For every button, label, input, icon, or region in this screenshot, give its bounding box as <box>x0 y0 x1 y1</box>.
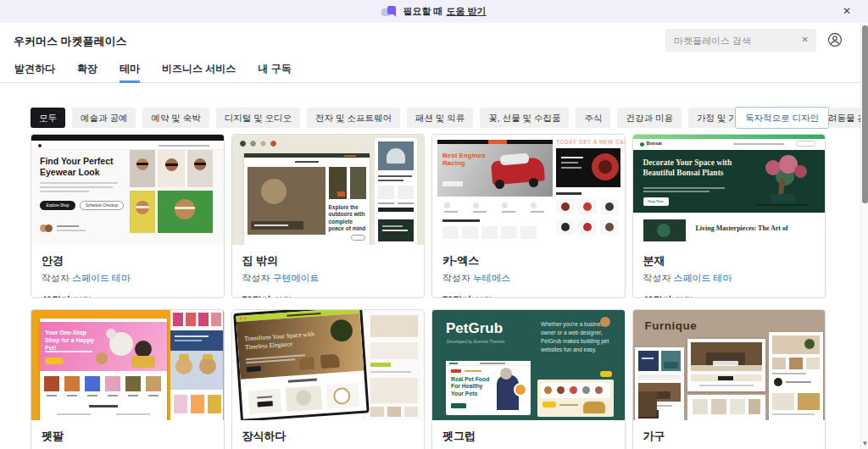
theme-title[interactable]: 안경 <box>42 253 214 269</box>
tab-extensions[interactable]: 확장 <box>77 58 97 83</box>
price: 79달러 <box>442 295 471 298</box>
theme-info: 장식하다 작성자 아티파이엘 <box>232 420 425 449</box>
theme-thumbnail: Find Your Perfect Eyewear Look Explore S… <box>31 135 224 245</box>
theme-thumbnail: Explore the outdoors with complete peace… <box>232 135 425 245</box>
thumb-heading: Find Your Perfect Eyewear Look <box>40 156 126 177</box>
theme-title[interactable]: 펫그럽 <box>442 429 615 444</box>
author-prefix: 작성자 <box>242 273 270 283</box>
thumb-inner-heading: Real Pet Food For Healthy Your Pets <box>451 376 495 397</box>
billing-period: 연간 <box>73 295 92 298</box>
theme-thumbnail: Bonsai Decorate Your Space with Beautifu… <box>633 135 826 245</box>
theme-info: 집 밖의 작성자 구텐메이트 79달러 연간 <box>232 245 425 298</box>
thumb-logo: Furnique <box>645 319 698 332</box>
thumb-dev-caption: Developed by Everest Themes <box>447 339 504 344</box>
price: 49달러 <box>42 295 70 298</box>
theme-thumbnail: Furnique <box>633 310 826 420</box>
tab-business-services[interactable]: 비즈니스 서비스 <box>162 58 236 83</box>
tab-discover[interactable]: 발견하다 <box>14 58 55 83</box>
marketplace-page: 필요할 때 도움 받기 ✕ 우커머스 마켓플레이스 ✕ 발견하다 확장 테마 비… <box>0 0 868 449</box>
theme-thumbnail: Your One-Stop Shop for a Happy Pet! <box>31 310 224 420</box>
thumb-caption: Living Masterpieces: The Art of <box>696 224 820 232</box>
thumb-heading: Explore the outdoors with complete peace… <box>329 204 368 233</box>
chip-stocks[interactable]: 주식 <box>576 108 610 128</box>
theme-info: 안경 작성자 스페이드 테마 49달러 연간 <box>31 245 224 298</box>
tab-themes[interactable]: 테마 <box>120 58 140 83</box>
tab-my-subscriptions[interactable]: 내 구독 <box>258 58 291 83</box>
chip-electronics-software[interactable]: 전자 및 소프트웨어 <box>307 108 400 128</box>
thumb-heading: Best Engines Racing <box>442 152 487 167</box>
account-icon[interactable] <box>827 32 843 47</box>
theme-info: 카-엑스 작성자 누테메스 79달러 연간 <box>432 245 625 298</box>
price: 79달러 <box>242 295 271 298</box>
thumb-logo: PetGrub <box>446 320 503 337</box>
chip-arts-crafts[interactable]: 예술과 공예 <box>72 108 136 128</box>
theme-card-petgrub[interactable]: PetGrub Developed by Everest Themes Whet… <box>431 309 626 449</box>
theme-card-decorate[interactable]: Transform Your Space with Timeless Elega… <box>231 309 426 449</box>
thumb-heading: Your One-Stop Shop for a Happy Pet! <box>45 329 99 352</box>
chip-fashion-apparel[interactable]: 패션 및 의류 <box>407 108 473 128</box>
close-banner-icon[interactable]: ✕ <box>843 5 851 17</box>
scrollbar[interactable]: ▼ <box>860 23 868 449</box>
thumb-banner-text: TODAY GET A NEW CAR <box>556 139 625 145</box>
thumb-heading: Transform Your Space with Timeless Elega… <box>243 330 317 351</box>
theme-card-eyewear[interactable]: Find Your Perfect Eyewear Look Explore S… <box>31 134 225 298</box>
chat-bubbles-icon <box>381 6 397 18</box>
scrollbar-thumb[interactable] <box>862 25 868 203</box>
thumb-button: Shop Now <box>643 197 669 206</box>
vendor-link[interactable]: 스페이드 테마 <box>72 273 131 283</box>
theme-title[interactable]: 분재 <box>643 253 815 269</box>
search-clear-icon[interactable]: ✕ <box>802 35 809 44</box>
theme-card-outdoor[interactable]: Explore the outdoors with complete peace… <box>231 134 426 298</box>
search-box: ✕ <box>665 29 816 52</box>
theme-info: 펫그럽 작성자 에베레스트 테마 <box>432 420 625 449</box>
author-prefix: 작성자 <box>643 273 671 283</box>
thumb-logo: Bonsai <box>647 141 662 146</box>
theme-info: 분재 작성자 스페이드 테마 49달러 연간 <box>633 245 826 298</box>
help-banner: 필요할 때 도움 받기 ✕ <box>0 0 868 23</box>
help-banner-text: 필요할 때 <box>403 5 442 18</box>
scrollbar-down-arrow[interactable]: ▼ <box>861 440 868 447</box>
thumb-button: Explore Shop <box>40 201 75 210</box>
billing-period: 연간 <box>474 295 492 298</box>
theme-title[interactable]: 카-엑스 <box>442 253 615 269</box>
theme-title[interactable]: 펫팔 <box>42 429 214 444</box>
theme-grid: Find Your Perfect Eyewear Look Explore S… <box>31 134 826 449</box>
design-your-own-button[interactable]: 독자적으로 디자인 <box>735 107 829 129</box>
theme-title[interactable]: 장식하다 <box>242 429 415 444</box>
vendor-link[interactable]: 누테메스 <box>473 273 510 283</box>
theme-thumbnail: Transform Your Space with Timeless Elega… <box>232 310 425 420</box>
thumb-heading: Decorate Your Space with Beautiful Bonsa… <box>643 158 755 179</box>
theme-thumbnail: Best Engines Racing <box>432 135 625 245</box>
search-input[interactable] <box>665 29 816 52</box>
theme-title[interactable]: 집 밖의 <box>242 253 415 269</box>
price: 49달러 <box>643 295 672 298</box>
theme-card-bonsai[interactable]: Bonsai Decorate Your Space with Beautifu… <box>632 134 826 298</box>
author-prefix: 작성자 <box>42 273 70 283</box>
billing-period: 연간 <box>675 295 693 298</box>
theme-card-petpal[interactable]: Your One-Stop Shop for a Happy Pet! <box>31 309 225 449</box>
chip-flowers-gifts[interactable]: 꽃, 선물 및 수집품 <box>480 108 569 128</box>
chip-bookings[interactable]: 예약 및 숙박 <box>142 108 209 128</box>
theme-info: 펫팔 작성자 아티파이엘 <box>31 420 224 449</box>
chip-all[interactable]: 모두 <box>31 108 65 128</box>
vendor-link[interactable]: 구텐메이트 <box>273 273 320 283</box>
author-prefix: 작성자 <box>442 273 470 283</box>
theme-thumbnail: PetGrub Developed by Everest Themes Whet… <box>432 310 625 420</box>
theme-card-car[interactable]: Best Engines Racing <box>431 134 626 298</box>
app-header: 우커머스 마켓플레이스 ✕ <box>0 23 868 58</box>
vendor-link[interactable]: 스페이드 테마 <box>674 273 732 283</box>
chip-digital-audio[interactable]: 디지털 및 오디오 <box>216 108 300 128</box>
thumb-button: Schedule Checkup <box>80 201 124 210</box>
theme-card-furniture[interactable]: Furnique <box>632 309 826 449</box>
tabs-bar: 발견하다 확장 테마 비즈니스 서비스 내 구독 <box>0 58 868 83</box>
billing-period: 연간 <box>274 295 292 298</box>
page-title: 우커머스 마켓플레이스 <box>14 34 127 49</box>
chip-health-beauty[interactable]: 건강과 미용 <box>617 108 681 128</box>
theme-info: 가구 작성자 마드라스 테마 <box>633 420 826 449</box>
get-help-link[interactable]: 도움 받기 <box>447 5 487 18</box>
theme-title[interactable]: 가구 <box>643 429 815 444</box>
